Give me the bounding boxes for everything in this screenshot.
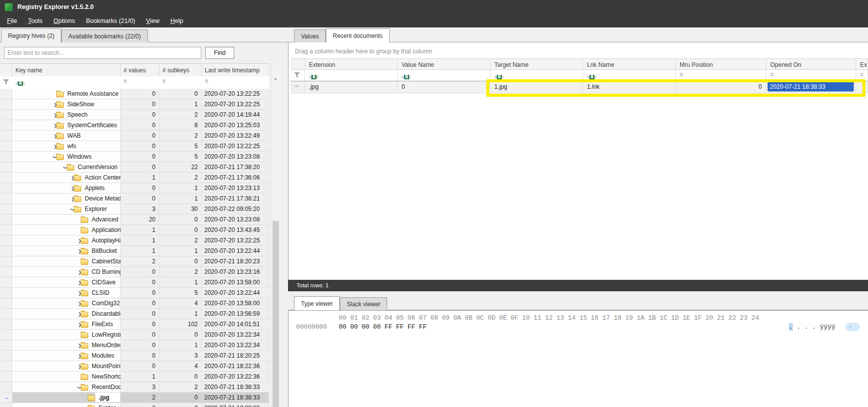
tree-row-wfs[interactable]: ❯wfs052020-07-20 13:22:25 [0, 141, 269, 152]
cell-value_name[interactable]: 0 [398, 81, 490, 93]
menu-tools[interactable]: Tools [22, 15, 48, 27]
key-name-cell[interactable]: Advanced [12, 214, 121, 225]
grid-column-header-mru-position[interactable]: Mru Position [676, 58, 766, 70]
hex-bytes[interactable]: 00000000FFFFFFFF [337, 323, 429, 331]
hex-ascii-selected[interactable]: . [789, 323, 793, 331]
cell-opened_on[interactable]: 2020-07-21 18:38:33 [766, 81, 856, 93]
grid-filter-cell[interactable]: = [676, 70, 766, 81]
grid-column-header-target-name[interactable]: Target Name [490, 58, 583, 70]
key-name-cell[interactable]: ❯Windows [12, 152, 121, 162]
tree-row-discardable[interactable]: ❯Discardable012020-07-20 13:56:59 [0, 309, 269, 319]
key-name-cell[interactable]: ❯MenuOrder [12, 340, 121, 351]
tree-row-autoplayhan-[interactable]: ❯AutoplayHan...122020-07-20 13:22:25 [0, 235, 269, 246]
cell-extension[interactable]: .jpg [305, 81, 398, 93]
menu-options[interactable]: Options [48, 15, 80, 27]
tree-row-fileexts[interactable]: ❯FileExts01022020-07-20 14:01:51 [0, 319, 269, 330]
tree-row-newshortcut-[interactable]: NewShortcut...102020-07-20 13:22:36 [0, 372, 269, 382]
key-name-cell[interactable]: ❯Discardable [12, 309, 121, 319]
key-name-cell[interactable]: ❯Explorer [12, 204, 121, 214]
hex-byte[interactable]: 00 [360, 323, 371, 331]
grid-filter-cell[interactable]: aBc [490, 70, 583, 81]
menu-file[interactable]: File [1, 15, 22, 27]
recent-doc-row[interactable]: →.jpg01.jpg1.lnk02020-07-21 18:38:33 [0, 81, 868, 93]
menu-bookmarks[interactable]: Bookmarks (21/0) [80, 15, 141, 27]
key-name-cell[interactable]: .jpg [12, 393, 121, 403]
tree-row-modules[interactable]: ❯Modules032020-07-21 18:20:25 [0, 351, 269, 361]
grid-filter-cell[interactable]: = [856, 70, 868, 81]
grid-column-header-lnk-name[interactable]: Lnk Name [583, 58, 676, 70]
tree-row-bitbucket[interactable]: ❯BitBucket112020-07-20 13:22:44 [0, 246, 269, 256]
key-name-cell[interactable]: ❯CLSID [12, 288, 121, 298]
hex-byte[interactable]: FF [406, 323, 417, 331]
key-name-cell[interactable]: ❯AutoplayHan... [12, 235, 121, 246]
tree-row-mountpoints2[interactable]: ❯MountPoints2042020-07-21 18:22:36 [0, 361, 269, 372]
key-name-cell[interactable]: ❯RecentDocs [12, 382, 121, 393]
hex-byte[interactable]: 00 [371, 323, 383, 331]
hex-ascii-text[interactable]: . . . ÿÿÿÿ [793, 323, 836, 331]
key-name-cell[interactable]: ❯BitBucket [12, 246, 121, 256]
key-name-cell[interactable]: ❯Action Center [12, 173, 121, 183]
hex-byte[interactable]: 00 [348, 323, 360, 331]
key-name-cell[interactable]: ❯SideShow [12, 99, 121, 110]
grid-filter-cell[interactable]: = [766, 70, 856, 81]
grid-filter-cell[interactable]: aBc [583, 70, 676, 81]
tree-row-comdlg32[interactable]: ❯ComDlg32042020-07-20 13:58:00 [0, 298, 269, 309]
tree-row-device-metadata[interactable]: ❯Device Metadata012020-07-21 17:38:21 [0, 194, 269, 204]
key-name-cell[interactable]: ❯Modules [12, 351, 121, 361]
tree-scrollbar-thumb[interactable] [273, 221, 279, 407]
tree-row--jpg[interactable]: →.jpg202020-07-21 18:38:33 [0, 393, 269, 403]
tree-row-cidsave[interactable]: ❯CIDSave012020-07-20 13:58:00 [0, 277, 269, 288]
hex-byte[interactable]: FF [383, 323, 394, 331]
tree-row-folder[interactable]: Folder202020-07-21 18:38:33 [0, 403, 269, 407]
tree-row-currentversion[interactable]: ❯CurrentVersion0222020-07-21 17:38:20 [0, 162, 269, 173]
key-name-cell[interactable]: LowRegistry [12, 330, 121, 340]
key-name-cell[interactable]: ❯Speech [12, 110, 121, 120]
find-button[interactable]: Find [205, 47, 234, 59]
key-name-cell[interactable]: Folder [12, 403, 121, 407]
tab-slack-viewer[interactable]: Slack viewer [340, 297, 387, 310]
tree-row-cabinetstate[interactable]: CabinetState202020-07-21 18:20:23 [0, 256, 269, 267]
key-name-cell[interactable]: ❯Applets [12, 183, 121, 194]
grid-column-header-value-name[interactable]: Value Name [398, 58, 490, 70]
grid-column-header-extension[interactable]: Extension [305, 58, 398, 70]
tree-row-windows[interactable]: ❯Windows052020-07-20 13:23:08 [0, 152, 269, 162]
key-name-cell[interactable]: ApplicationDe... [12, 225, 121, 235]
hex-byte[interactable]: FF [394, 323, 406, 331]
key-name-cell[interactable]: ❯FileExts [12, 319, 121, 330]
cell-extra[interactable] [856, 81, 868, 93]
grid-filter-cell[interactable]: aBc [305, 70, 398, 81]
hex-ascii[interactable]: . . . . ÿÿÿÿ [789, 323, 836, 331]
tree-row-applicationde-[interactable]: ApplicationDe...102020-07-20 13:43:45 [0, 225, 269, 235]
key-name-cell[interactable]: ❯Device Metadata [12, 194, 121, 204]
menu-help[interactable]: Help [165, 15, 189, 27]
key-name-cell[interactable]: ❯CD Burning [12, 267, 121, 277]
tree-row-menuorder[interactable]: ❯MenuOrder012020-07-20 13:22:34 [0, 340, 269, 351]
tree-row-sideshow[interactable]: ❯SideShow012020-07-20 13:22:25 [0, 99, 269, 110]
tab-recent-documents[interactable]: Recent documents [326, 28, 390, 42]
menu-view[interactable]: View [141, 15, 165, 27]
tree-row-cd-burning[interactable]: ❯CD Burning022020-07-20 13:23:16 [0, 267, 269, 277]
key-name-cell[interactable]: ❯CIDSave [12, 277, 121, 288]
key-name-cell[interactable]: ❯SystemCertificates [12, 120, 121, 131]
tree-row-advanced[interactable]: Advanced2002020-07-20 13:23:08 [0, 214, 269, 225]
key-name-cell[interactable]: ❯WAB [12, 131, 121, 141]
tree-row-explorer[interactable]: ❯Explorer3302020-07-22 09:05:20 [0, 204, 269, 214]
cell-lnk_name[interactable]: 1.lnk [583, 81, 676, 93]
tab-available-bookmarks-22-0-[interactable]: Available bookmarks (22/0) [61, 29, 147, 42]
key-name-cell[interactable]: ❯ComDlg32 [12, 298, 121, 309]
cell-target_name[interactable]: 1.jpg [490, 81, 583, 93]
tree-row-lowregistry[interactable]: LowRegistry002020-07-20 13:22:34 [0, 330, 269, 340]
tree-row-wab[interactable]: ❯WAB022020-07-20 13:22:49 [0, 131, 269, 141]
tab-type-viewer[interactable]: Type viewer [294, 296, 340, 310]
tab-values[interactable]: Values [294, 29, 326, 42]
key-name-cell[interactable]: ❯CurrentVersion [12, 162, 121, 173]
search-input[interactable] [4, 47, 201, 59]
grid-column-header-ex[interactable]: Ex [856, 58, 868, 70]
selected-cell[interactable]: 2020-07-21 18:38:33 [767, 82, 854, 92]
cell-mru_position[interactable]: 0 [676, 81, 766, 93]
tree-scrollbar[interactable]: ▲ [272, 64, 280, 407]
grid-column-header-opened-on[interactable]: Opened On [766, 58, 856, 70]
tree-row-applets[interactable]: ❯Applets012020-07-20 13:23:13 [0, 183, 269, 194]
tree-row-action-center[interactable]: ❯Action Center122020-07-21 17:36:06 [0, 173, 269, 183]
tab-registry-hives-2-[interactable]: Registry hives (2) [1, 28, 61, 42]
